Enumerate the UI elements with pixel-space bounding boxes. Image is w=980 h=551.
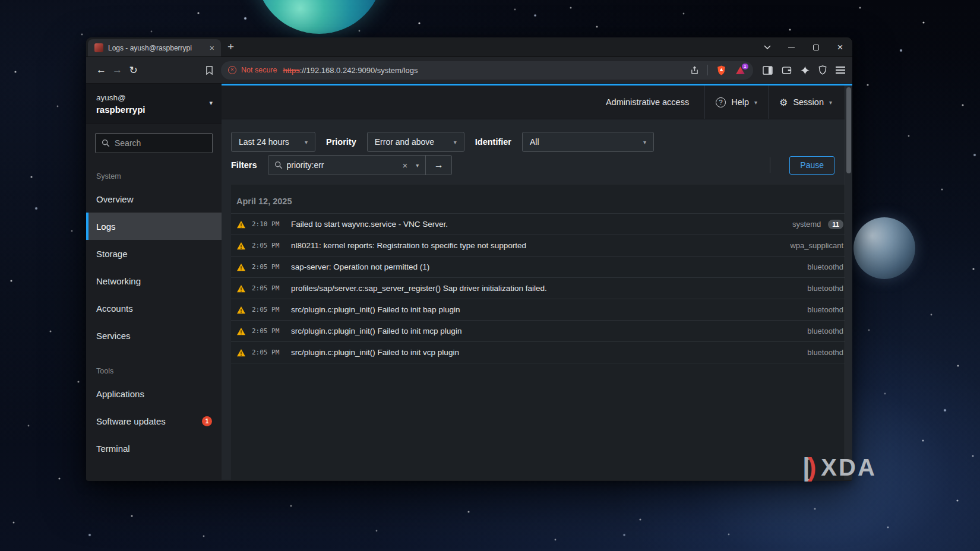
- sidebar-panel-icon[interactable]: [763, 66, 773, 75]
- sidebar-item-applications[interactable]: Applications: [86, 380, 222, 407]
- sidebar-item-terminal[interactable]: Terminal: [86, 435, 222, 462]
- planet-earth: [255, 0, 383, 34]
- identifier-label: Identifier: [475, 137, 511, 147]
- xda-watermark-text: XDA: [821, 454, 876, 481]
- rewards-badge: 1: [742, 64, 748, 69]
- sidebar-search-input[interactable]: [115, 138, 206, 148]
- tab-search-chevron-icon[interactable]: [755, 38, 779, 56]
- log-filter-search-group: × ▾ →: [268, 155, 453, 175]
- clear-filter-icon[interactable]: ×: [397, 160, 413, 170]
- identifier-select[interactable]: All ▾: [522, 132, 654, 152]
- browser-tab[interactable]: Logs - ayush@raspberrypi ×: [88, 39, 221, 56]
- sidebar-item-software-updates[interactable]: Software updates 1: [86, 407, 222, 435]
- wallet-icon[interactable]: [782, 66, 792, 74]
- help-menu[interactable]: ? Help ▾: [705, 86, 768, 119]
- browser-window: Logs - ayush@raspberrypi × + × ← → ↻ × N…: [86, 37, 852, 481]
- hostname: raspberrypi: [96, 104, 212, 115]
- url-text[interactable]: https://192.168.0.242:9090/system/logs: [283, 66, 682, 75]
- updates-count-badge: 1: [202, 416, 212, 426]
- sidebar-item-services[interactable]: Services: [86, 322, 222, 349]
- menu-hamburger-icon[interactable]: [836, 66, 845, 74]
- pause-button[interactable]: Pause: [789, 156, 834, 175]
- chevron-down-icon: ▾: [754, 99, 757, 106]
- window-close-button[interactable]: ×: [828, 38, 852, 56]
- scrollbar-thumb[interactable]: [846, 87, 851, 173]
- filters-label: Filters: [231, 160, 257, 170]
- warning-icon: [236, 263, 246, 271]
- new-tab-button[interactable]: +: [227, 39, 234, 55]
- log-filter-input[interactable]: [287, 160, 397, 170]
- log-filter-toolbar: Last 24 hours ▾ Priority Error and above…: [222, 119, 852, 185]
- chevron-down-icon: ▾: [305, 139, 308, 145]
- priority-select[interactable]: Error and above ▾: [367, 132, 464, 152]
- cockpit-page: ayush@ raspberrypi ▾ System Overview Log…: [86, 84, 852, 480]
- log-entry[interactable]: 2:05 PM profiles/sap/server.c:sap_server…: [231, 278, 852, 299]
- section-label-tools: Tools: [86, 349, 222, 380]
- cockpit-sidebar: ayush@ raspberrypi ▾ System Overview Log…: [86, 84, 222, 480]
- log-entry[interactable]: 2:10 PM Failed to start wayvnc.service -…: [231, 214, 852, 235]
- sidebar-item-logs[interactable]: Logs: [86, 213, 222, 240]
- chevron-down-icon: ▾: [454, 139, 457, 145]
- sidebar-item-networking[interactable]: Networking: [86, 267, 222, 294]
- chevron-down-icon: ▾: [643, 139, 646, 145]
- chevron-down-icon: ▾: [829, 99, 832, 106]
- apply-filter-button[interactable]: →: [425, 156, 451, 175]
- vpn-shield-icon[interactable]: [818, 65, 827, 75]
- bookmark-icon[interactable]: [202, 66, 216, 75]
- gear-icon: ⚙: [779, 97, 788, 108]
- sidebar-item-overview[interactable]: Overview: [86, 185, 222, 213]
- log-list-panel: April 12, 2025 2:10 PM Failed to start w…: [231, 185, 852, 480]
- xda-watermark: [)XDA: [803, 452, 877, 482]
- log-count-badge: 11: [828, 220, 843, 229]
- reload-button[interactable]: ↻: [125, 64, 141, 77]
- window-minimize-button[interactable]: [779, 38, 804, 56]
- stars-bright: [0, 0, 1, 1]
- priority-label: Priority: [326, 137, 356, 147]
- planet-moon: [853, 217, 915, 279]
- brave-shield-icon[interactable]: [714, 65, 728, 75]
- tab-strip: Logs - ayush@raspberrypi × + ×: [86, 37, 852, 57]
- help-icon: ?: [716, 97, 726, 107]
- host-switcher[interactable]: ayush@ raspberrypi ▾: [86, 84, 222, 124]
- sidebar-search[interactable]: [95, 133, 213, 153]
- share-icon[interactable]: [687, 66, 701, 75]
- forward-button[interactable]: →: [109, 64, 125, 76]
- log-entry[interactable]: 2:05 PM src/plugin.c:plugin_init() Faile…: [231, 299, 852, 321]
- logs-content: Administrative access ? Help ▾ ⚙ Session…: [222, 84, 852, 480]
- time-range-select[interactable]: Last 24 hours ▾: [231, 132, 315, 152]
- toolbar-right-icons: [763, 65, 845, 75]
- warning-icon: [236, 242, 246, 250]
- warning-icon: [236, 306, 246, 314]
- section-label-system: System: [86, 158, 222, 185]
- log-date-header: April 12, 2025: [231, 185, 852, 214]
- page-scrollbar[interactable]: [845, 86, 852, 480]
- host-switcher-caret-icon: ▾: [209, 99, 213, 107]
- masthead: Administrative access ? Help ▾ ⚙ Session…: [222, 86, 852, 119]
- tab-title: Logs - ayush@raspberrypi: [108, 44, 203, 52]
- sidebar-item-storage[interactable]: Storage: [86, 240, 222, 267]
- back-button[interactable]: ←: [93, 64, 109, 76]
- brave-rewards-icon[interactable]: 1: [733, 66, 747, 74]
- cockpit-favicon-icon: [94, 43, 103, 52]
- log-entry[interactable]: 2:05 PM sap-server: Operation not permit…: [231, 256, 852, 278]
- sidebar-item-accounts[interactable]: Accounts: [86, 294, 222, 322]
- not-secure-label[interactable]: Not secure: [241, 66, 277, 74]
- browser-toolbar: ← → ↻ × Not secure https://192.168.0.242…: [86, 57, 852, 84]
- tab-close-icon[interactable]: ×: [208, 43, 216, 53]
- username: ayush@: [96, 93, 212, 102]
- log-entry[interactable]: 2:05 PM src/plugin.c:plugin_init() Faile…: [231, 342, 852, 363]
- filter-options-caret-icon[interactable]: ▾: [413, 162, 425, 169]
- session-menu[interactable]: ⚙ Session ▾: [769, 86, 843, 119]
- log-entry[interactable]: 2:05 PM nl80211: kernel reports: Registr…: [231, 235, 852, 256]
- log-entry[interactable]: 2:05 PM src/plugin.c:plugin_init() Faile…: [231, 321, 852, 342]
- leo-ai-sparkle-icon[interactable]: [801, 66, 810, 75]
- address-bar[interactable]: × Not secure https://192.168.0.242:9090/…: [221, 61, 753, 80]
- search-icon: [102, 139, 110, 147]
- not-secure-icon: ×: [228, 66, 236, 74]
- warning-icon: [236, 220, 246, 229]
- window-maximize-button[interactable]: [804, 38, 828, 56]
- warning-icon: [236, 327, 246, 335]
- admin-access-label[interactable]: Administrative access: [590, 97, 704, 107]
- warning-icon: [236, 284, 246, 293]
- warning-icon: [236, 349, 246, 357]
